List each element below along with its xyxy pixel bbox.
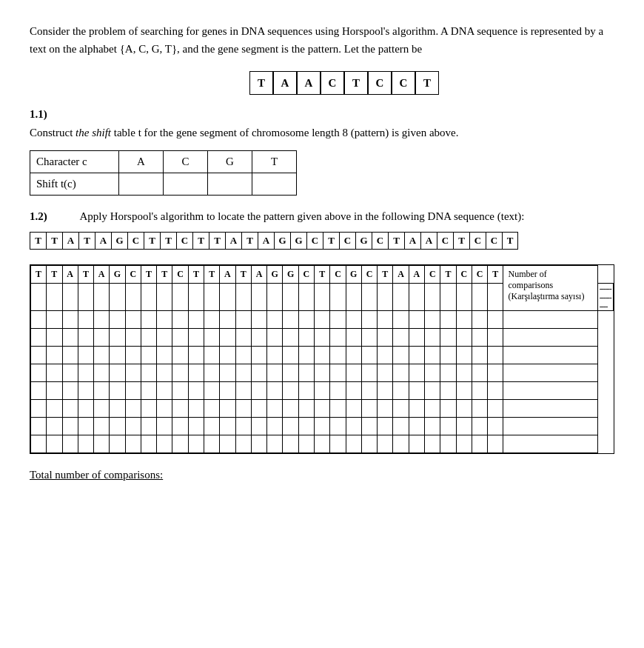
big-table-cell <box>141 382 156 400</box>
big-table-cell <box>188 435 204 453</box>
big-table-cell <box>141 311 156 329</box>
shift-table: Character cACGTShift t(c) <box>30 150 297 196</box>
shift-header-cell: Character c <box>30 151 119 173</box>
dna-seq-cell: T <box>241 232 258 250</box>
big-table-cell <box>47 435 62 453</box>
big-table-cell <box>78 284 93 311</box>
big-table-cell <box>298 382 314 400</box>
big-table-header-cell: A <box>94 266 110 284</box>
big-table-cell <box>267 382 283 400</box>
big-table-cell <box>47 329 62 347</box>
big-table-cell <box>251 400 266 418</box>
big-table-cell <box>440 347 456 364</box>
dna-seq-cell: A <box>258 232 274 250</box>
big-table-cell <box>141 284 156 311</box>
big-table-cell <box>488 435 503 453</box>
big-table-cell <box>425 400 440 418</box>
big-table-cell <box>251 364 266 382</box>
pattern-cell: C <box>321 71 344 95</box>
big-table-cell <box>125 284 141 311</box>
big-table-header-cell: G <box>267 266 283 284</box>
big-table-cell <box>157 311 172 329</box>
big-table-data-row <box>31 418 614 435</box>
big-table-cell <box>235 364 251 382</box>
comparisons-cell <box>503 364 597 382</box>
big-table-cell <box>298 311 314 329</box>
section1-title: 1.1) <box>30 108 614 121</box>
big-table-cell <box>346 382 361 400</box>
big-table-cell <box>157 347 172 364</box>
dna-seq-cell: C <box>306 232 323 250</box>
big-table-header-cell: A <box>62 266 78 284</box>
big-table-cell <box>251 435 266 453</box>
big-table-cell <box>283 382 298 400</box>
big-table-cell <box>204 347 220 364</box>
big-table-cell <box>251 382 266 400</box>
comparisons-cell <box>503 382 597 400</box>
big-table-cell <box>283 284 298 311</box>
comparisons-cell <box>503 400 597 418</box>
pattern-cell: A <box>273 71 297 95</box>
big-table-cell <box>472 400 487 418</box>
big-table-cell <box>78 418 93 435</box>
big-table-cell <box>31 400 47 418</box>
big-table-cell <box>78 382 93 400</box>
big-table-cell <box>235 382 251 400</box>
big-table-cell <box>393 435 409 453</box>
section2-title: 1.2) <box>30 210 47 222</box>
big-table-cell <box>283 418 298 435</box>
big-table-cell <box>141 347 156 364</box>
big-table-cell <box>78 400 93 418</box>
big-table-header-cell: A <box>393 266 409 284</box>
big-table-cell <box>440 311 456 329</box>
big-table-header-cell: A <box>251 266 266 284</box>
big-table-cell <box>361 311 377 329</box>
big-table-cell <box>409 364 424 382</box>
big-table-cell <box>346 284 361 311</box>
big-table-data-row <box>31 400 614 418</box>
pattern-cell: C <box>392 71 415 95</box>
dna-seq-cell: T <box>144 232 160 250</box>
big-table-cell <box>62 347 78 364</box>
big-table-cell <box>488 311 503 329</box>
dna-seq-cell: A <box>95 232 111 250</box>
big-table-cell <box>488 329 503 347</box>
big-table-cell <box>110 418 125 435</box>
shift-value-cell <box>119 173 164 196</box>
big-table-cell <box>346 400 361 418</box>
big-table-container: TTATAGCTTCTTATAGGCTCGCTAACTCCTNumber of … <box>30 264 614 454</box>
big-table-cell <box>110 347 125 364</box>
big-table-cell <box>425 347 440 364</box>
big-table-header-cell: C <box>125 266 141 284</box>
big-table-cell <box>361 364 377 382</box>
big-table-cell <box>157 284 172 311</box>
big-table-cell <box>330 311 346 329</box>
big-table-cell <box>456 382 472 400</box>
big-table-cell <box>298 364 314 382</box>
dna-seq-cell: C <box>437 232 453 250</box>
big-table-cell <box>141 364 156 382</box>
big-table-cell <box>298 329 314 347</box>
big-table-cell <box>62 400 78 418</box>
big-table-header-cell: C <box>361 266 377 284</box>
big-table-cell <box>298 435 314 453</box>
big-table-cell <box>94 400 110 418</box>
shift-header-cell: G <box>208 151 252 173</box>
big-table-cell <box>62 435 78 453</box>
big-table-cell <box>267 364 283 382</box>
dna-seq-cell: C <box>176 232 192 250</box>
big-table-header-cell: T <box>188 266 204 284</box>
big-table-header-cell: A <box>220 266 235 284</box>
big-table-cell <box>425 382 440 400</box>
big-table-cell <box>125 347 141 364</box>
big-table-cell <box>251 329 266 347</box>
dna-sequence-row: TTATAGCTTCTTATAGGCTCGCTAACTCCT <box>30 232 614 250</box>
big-table-data-row <box>31 311 614 329</box>
big-table-cell <box>31 284 47 311</box>
big-table-cell <box>62 329 78 347</box>
big-table-cell <box>31 329 47 347</box>
pattern-cell: T <box>249 71 273 95</box>
dna-seq-cell: C <box>339 232 355 250</box>
big-table-cell <box>346 435 361 453</box>
big-table-cell <box>235 329 251 347</box>
